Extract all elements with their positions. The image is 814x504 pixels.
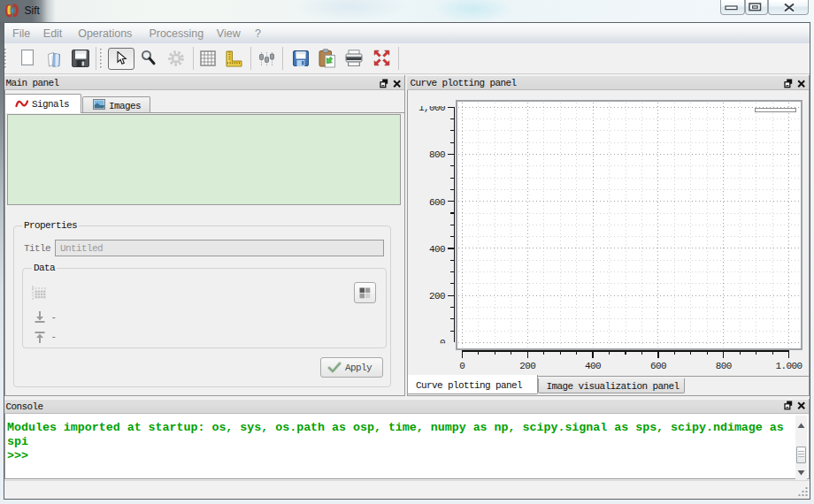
svg-text:1.000: 1.000	[776, 361, 802, 371]
svg-text:800: 800	[429, 149, 445, 160]
svg-text:600: 600	[650, 361, 666, 371]
svg-text:400: 400	[585, 361, 601, 371]
svg-text:600: 600	[429, 197, 445, 208]
svg-text:800: 800	[716, 361, 732, 371]
svg-text:400: 400	[429, 244, 445, 255]
svg-text:200: 200	[429, 291, 445, 302]
svg-text:0: 0	[459, 361, 465, 371]
svg-text:200: 200	[519, 361, 535, 371]
